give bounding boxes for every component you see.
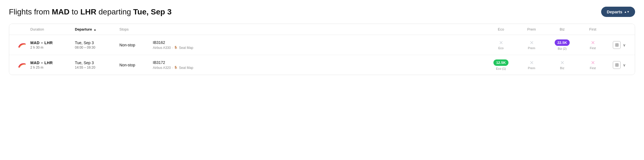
- airline-logo: [14, 40, 30, 50]
- prem-unavailable-icon: ✕: [530, 40, 534, 45]
- col-departure: Departure ▲: [75, 27, 119, 31]
- dep-date: Tue, Sep 3: [75, 41, 119, 45]
- departure-info: Tue, Sep 3 08:00 – 09:30: [75, 41, 119, 49]
- prem-unavailable-icon: ✕: [530, 60, 534, 65]
- col-icon: [14, 27, 30, 31]
- expand-button[interactable]: ⊞: [613, 61, 621, 69]
- flight-row: MAD – LHR 2 h 25 m Tue, Sep 3 14:55 – 16…: [9, 55, 635, 75]
- dep-date: Tue, Sep 3: [75, 61, 119, 65]
- eco-price-cell[interactable]: 12.5K Eco (1): [486, 59, 516, 70]
- route-duration: 2 h 30 m: [30, 46, 75, 49]
- route-info: MAD – LHR 2 h 25 m: [30, 61, 75, 69]
- first-unavailable-icon: ✕: [591, 40, 595, 45]
- eco-price-cell[interactable]: ✕ Eco: [486, 40, 516, 50]
- airline-logo: [14, 60, 30, 70]
- flight-details: IB3172 Airbus A320 · 🪑 Seat Map: [153, 60, 486, 70]
- seat-icon: 🪑: [174, 46, 178, 49]
- col-flight: [153, 27, 486, 31]
- dep-time: 08:00 – 09:30: [75, 46, 119, 49]
- route-info: MAD – LHR 2 h 30 m: [30, 41, 75, 49]
- col-biz: Biz: [547, 27, 577, 31]
- expand-button[interactable]: ⊞: [613, 41, 621, 49]
- first-unavailable-icon: ✕: [591, 60, 595, 65]
- biz-price-cell[interactable]: ✕ Biz: [547, 60, 577, 70]
- flight-sub: Airbus A320 · 🪑 Seat Map: [153, 66, 486, 70]
- route-code: MAD – LHR: [30, 41, 75, 45]
- flight-number: IB3172: [153, 60, 486, 65]
- page-title: Flights from MAD to LHR departing Tue, S…: [9, 8, 172, 16]
- col-actions: [608, 27, 630, 31]
- biz-price-badge: 22.5K: [555, 39, 570, 46]
- biz-label: Biz: [560, 66, 564, 70]
- flight-row: MAD – LHR 2 h 30 m Tue, Sep 3 08:00 – 09…: [9, 35, 635, 55]
- stops-cell: Non-stop: [119, 43, 153, 47]
- actions-cell: ⊞ ∨: [608, 41, 630, 49]
- biz-price-cell[interactable]: 22.5K Biz (2): [547, 39, 577, 50]
- expand-chevron[interactable]: ∨: [623, 43, 626, 47]
- eco-label: Eco (1): [496, 67, 506, 70]
- route-code: MAD – LHR: [30, 61, 75, 65]
- departure-info: Tue, Sep 3 14:55 – 16:20: [75, 61, 119, 69]
- table-header: Duration Departure ▲ Stops Eco Prem Biz …: [9, 24, 635, 35]
- dep-time: 14:55 – 16:20: [75, 66, 119, 69]
- eco-price-badge: 12.5K: [493, 59, 509, 66]
- sort-arrows-icon: ▲▼: [624, 11, 630, 13]
- route-duration: 2 h 25 m: [30, 66, 75, 69]
- expand-chevron[interactable]: ∨: [623, 63, 626, 67]
- departure-sort-arrow: ▲: [93, 28, 96, 31]
- col-stops: Stops: [119, 27, 153, 31]
- flight-details: IB3162 Airbus A330 · 🪑 Seat Map: [153, 40, 486, 50]
- departs-sort-button[interactable]: Departs ▲▼: [601, 7, 635, 17]
- eco-label: Eco: [498, 46, 504, 50]
- eco-unavailable-icon: ✕: [499, 40, 503, 45]
- actions-cell: ⊞ ∨: [608, 61, 630, 69]
- page-header: Flights from MAD to LHR departing Tue, S…: [9, 7, 635, 17]
- col-eco: Eco: [486, 27, 516, 31]
- first-label: First: [590, 66, 596, 70]
- seat-icon: 🪑: [174, 66, 178, 69]
- flights-table: Duration Departure ▲ Stops Eco Prem Biz …: [9, 24, 635, 75]
- prem-price-cell[interactable]: ✕ Prem: [516, 40, 547, 50]
- biz-label: Biz (2): [558, 47, 567, 50]
- stops-cell: Non-stop: [119, 63, 153, 67]
- first-price-cell[interactable]: ✕ First: [577, 40, 608, 50]
- first-price-cell[interactable]: ✕ First: [577, 60, 608, 70]
- flight-sub: Airbus A330 · 🪑 Seat Map: [153, 46, 486, 50]
- prem-price-cell[interactable]: ✕ Prem: [516, 60, 547, 70]
- first-label: First: [590, 46, 596, 50]
- flight-number: IB3162: [153, 40, 486, 45]
- prem-label: Prem: [528, 46, 535, 50]
- prem-label: Prem: [528, 66, 535, 70]
- col-first: First: [577, 27, 608, 31]
- biz-unavailable-icon: ✕: [560, 60, 564, 65]
- col-duration: Duration: [30, 27, 75, 31]
- col-prem: Prem: [516, 27, 547, 31]
